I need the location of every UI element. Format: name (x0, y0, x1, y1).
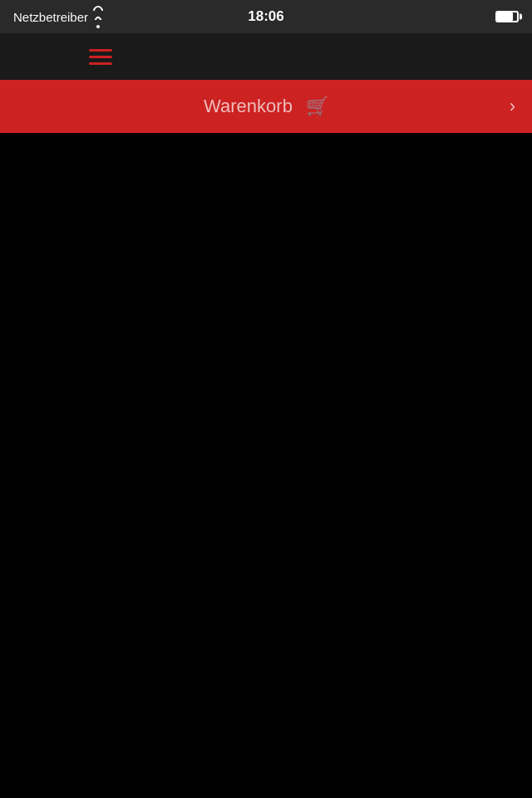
cart-label: Warenkorb (204, 96, 293, 117)
hamburger-button[interactable] (13, 33, 188, 80)
bottom-chevron-icon: › (510, 96, 515, 117)
battery-area (495, 11, 519, 22)
top-bar (0, 33, 532, 80)
cart-icon: 🛒 (306, 96, 328, 117)
clock: 18:06 (248, 8, 283, 25)
bottom-bar[interactable]: Warenkorb 🛒 › (0, 80, 532, 133)
status-bar: Netzbetreiber 18:06 (0, 0, 532, 33)
hamburger-icon (89, 49, 112, 65)
wifi-icon (93, 6, 103, 28)
carrier-info: Netzbetreiber (13, 6, 103, 28)
carrier-name: Netzbetreiber (13, 10, 88, 24)
battery-icon (495, 11, 519, 22)
